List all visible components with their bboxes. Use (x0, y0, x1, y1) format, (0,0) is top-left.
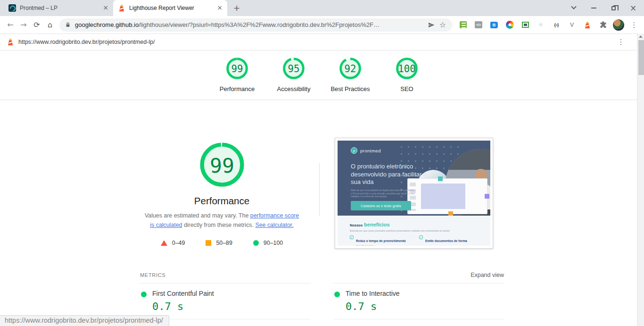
svg-text:99: 99 (231, 63, 243, 75)
check-icon: ✓ (350, 235, 354, 239)
performance-gauge-column: 99 Performance Values are estimated and … (133, 100, 310, 246)
svg-text:95: 95 (288, 63, 300, 75)
score-description: Values are estimated and may vary. The p… (144, 211, 300, 230)
bookmark-star-icon[interactable]: ☆ (437, 19, 448, 31)
url-domain: googlechrome.github.io (75, 21, 139, 28)
prontmed-logo-icon: p (351, 147, 357, 154)
best-practices-gauge: 92 (339, 58, 361, 79)
hero-heading: O prontuário eletrônico desenvolvido par… (351, 163, 429, 186)
average-square-icon (206, 240, 211, 246)
fail-triangle-icon (161, 240, 167, 246)
url-path: /lighthouse/viewer/?psiurl=https%3A%2F%2… (139, 21, 380, 28)
lock-icon (65, 22, 71, 28)
score-label: SEO (400, 85, 413, 92)
profile-avatar[interactable] (612, 19, 625, 31)
json-viewer-extension-icon[interactable]: {≡} (550, 19, 562, 31)
score-best-practices[interactable]: 92 Best Practices (322, 50, 379, 100)
scrollbar-up-arrow[interactable] (637, 33, 644, 40)
prontmed-logo-text: prontmed (360, 148, 381, 153)
performance-gauge: 99 (226, 58, 248, 79)
tab-strip: Prontmed – LP × Lighthouse Report Viewer… (0, 0, 243, 16)
window-controls: × (570, 0, 637, 16)
back-button[interactable]: ← (4, 18, 17, 32)
metric-total-blocking-time: Total Blocking Time (333, 319, 504, 326)
accessibility-gauge: 95 (283, 58, 305, 79)
lighthouse-extension-icon[interactable] (581, 19, 594, 31)
score-performance[interactable]: 99 Performance (209, 50, 265, 100)
column-divider (319, 163, 320, 216)
legend-fail: 0–49 (161, 240, 185, 246)
see-calculator-link[interactable]: See calculator. (255, 222, 293, 228)
report-menu-kebab-icon[interactable]: ⋮ (617, 38, 625, 46)
thumbnail-hero: p prontmed O prontuário eletrônico desen… (338, 141, 490, 216)
benefits-title-accent: benefícios (364, 222, 389, 227)
forward-button[interactable]: → (17, 18, 30, 32)
extensions-bar: </> B ✳ {≡} V ⋮ (457, 19, 640, 31)
pagespeed-extension-icon[interactable] (457, 19, 469, 31)
hero-subtext: Mais do que uma plataforma digital para … (351, 189, 416, 198)
benefit-text: Reduz o tempo de preenchimento (356, 239, 406, 242)
tab-close-icon[interactable]: × (216, 4, 223, 12)
check-icon: ✓ (419, 235, 423, 239)
metric-value: 0.7 s (152, 301, 311, 312)
tested-page-url: https://www.rodrigobrito.dev.br/projetos… (18, 39, 617, 45)
benefits-title: Nossos (350, 223, 363, 227)
tab-search-chevron-icon[interactable] (570, 4, 578, 12)
benefit-note: das informações (356, 244, 406, 246)
status-bar-url: https://www.rodrigobrito.dev.br/projetos… (0, 315, 169, 326)
category-scores-header: 99 Performance 95 Accessibility 92 Best … (0, 50, 644, 100)
tab-prontmed[interactable]: Prontmed – LP × (4, 0, 113, 16)
section-title: Performance (194, 195, 249, 207)
prontmed-logo: p prontmed (351, 147, 381, 154)
score-accessibility[interactable]: 95 Accessibility (265, 50, 322, 100)
pass-circle-icon (253, 240, 259, 246)
tab-title: Lighthouse Report Viewer (129, 5, 216, 11)
vue-devtools-extension-icon[interactable]: V (566, 19, 578, 31)
extensions-puzzle-icon[interactable] (597, 19, 609, 31)
lighthouse-favicon-icon (118, 4, 125, 12)
legend-range: 0–49 (172, 240, 185, 246)
disabled-extension-icon[interactable]: ✳ (535, 19, 547, 31)
score-label: Performance (220, 85, 255, 92)
expand-view-button[interactable]: Expand view (471, 272, 504, 278)
score-label: Accessibility (277, 85, 311, 92)
send-to-device-icon[interactable] (426, 19, 437, 31)
reload-button[interactable]: ⟳ (30, 18, 43, 32)
tab-close-icon[interactable]: × (102, 4, 109, 12)
screenshot-extension-icon[interactable] (519, 19, 531, 31)
svg-text:100: 100 (398, 63, 415, 75)
score-legend: 0–49 50–89 90–100 (161, 240, 283, 246)
browser-menu-kebab-icon[interactable]: ⋮ (628, 19, 640, 31)
legend-range: 90–100 (264, 240, 283, 246)
thumbnail-benefits: Nossosbenefícios Entenda por que nosso p… (338, 216, 490, 246)
scrollbar-thumb[interactable] (638, 40, 644, 75)
description-text: Values are estimated and may vary. The (145, 212, 250, 219)
home-button[interactable]: ⌂ (43, 18, 57, 32)
svg-text:92: 92 (345, 63, 356, 75)
url-text: googlechrome.github.io/lighthouse/viewer… (75, 21, 426, 28)
benefit-item: ✓Emite documentos de forma customizada,c… (419, 235, 478, 246)
new-tab-button[interactable]: + (230, 1, 243, 15)
score-label: Best Practices (330, 85, 370, 92)
window-titlebar: Prontmed – LP × Lighthouse Report Viewer… (0, 0, 644, 16)
metric-name: First Contentful Paint (152, 290, 311, 297)
metric-first-contentful-paint: First Contentful Paint 0.7 s (140, 283, 311, 319)
browser-toolbar: ← → ⟳ ⌂ googlechrome.github.io/lighthous… (0, 16, 644, 34)
performance-overview: 99 Performance Values are estimated and … (0, 100, 644, 267)
hero-cta-button: Cadastre-se e teste grátis (351, 201, 411, 210)
colorzilla-extension-icon[interactable] (504, 19, 516, 31)
seo-gauge: 100 (396, 58, 418, 79)
close-window-button[interactable]: × (629, 4, 637, 12)
address-bar[interactable]: googlechrome.github.io/lighthouse/viewer… (59, 18, 452, 32)
minimize-button[interactable] (589, 4, 598, 12)
tab-lighthouse-viewer[interactable]: Lighthouse Report Viewer × (113, 0, 227, 16)
code-extension-icon[interactable]: </> (472, 19, 485, 31)
tag-extension-icon[interactable]: B (488, 19, 500, 31)
metrics-heading: METRICS (140, 272, 165, 278)
maximize-button[interactable] (609, 4, 618, 12)
description-text: directly from these metrics. (182, 222, 255, 228)
score-seo[interactable]: 100 SEO (379, 50, 435, 100)
performance-big-gauge: 99 (199, 142, 245, 187)
page-scrollbar[interactable] (637, 33, 644, 326)
benefits-subtext: Entenda por que nosso prontuário eletrôn… (350, 229, 478, 232)
